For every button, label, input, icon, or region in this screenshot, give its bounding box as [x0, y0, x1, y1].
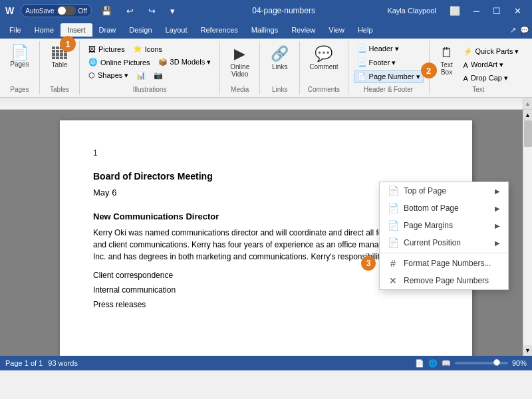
remove-page-numbers-label: Remove Page Numbers — [404, 276, 489, 285]
3dmodels-icon: 📦 — [158, 58, 168, 66]
tab-view[interactable]: View — [322, 23, 351, 37]
autosave-state: Off — [78, 7, 87, 15]
view-read-icon[interactable]: 📖 — [442, 359, 451, 368]
shapes-button[interactable]: ⬡ Shapes ▾ — [85, 69, 132, 82]
media-group-label: Media — [231, 86, 249, 93]
ruler-scrollbar-arrow-up[interactable]: ▲ — [523, 98, 532, 110]
zoom-thumb[interactable] — [493, 359, 500, 366]
menu-format-page-numbers[interactable]: # Format Page Numbers... 3 — [380, 255, 508, 272]
doc-bullet-3: Press releases — [93, 299, 439, 311]
tab-draw[interactable]: Draw — [92, 23, 123, 37]
scrollbar-up-arrow[interactable]: ▲ — [523, 110, 533, 120]
title-bar-center: 04-page-numbers — [180, 6, 388, 15]
comments-group-label: Comments — [308, 86, 340, 93]
tab-mailings[interactable]: Mailings — [245, 23, 285, 37]
comments-icon[interactable]: 💬 — [520, 26, 529, 35]
tab-help[interactable]: Help — [351, 23, 380, 37]
maximize-button[interactable]: ☐ — [487, 3, 506, 19]
ribbon-group-tables: Table Tables 1 — [40, 41, 80, 94]
top-of-page-arrow: ▶ — [495, 188, 500, 195]
online-video-button[interactable]: ▶ OnlineVideo — [226, 43, 253, 80]
menu-remove-page-numbers[interactable]: ✕ Remove Page Numbers — [380, 272, 508, 289]
online-video-icon: ▶ — [234, 45, 245, 63]
current-position-arrow: ▶ — [495, 239, 500, 247]
view-web-icon[interactable]: 🌐 — [428, 359, 438, 368]
icons-button[interactable]: ⭐ Icons — [130, 43, 166, 55]
status-right: 📄 🌐 📖 90% — [415, 359, 527, 368]
top-of-page-label: Top of Page — [404, 186, 446, 196]
step-badge-3: 3 — [361, 256, 376, 271]
autosave-toggle[interactable] — [57, 6, 76, 15]
ribbon-group-media: ▶ OnlineVideo Media — [220, 41, 260, 94]
3dmodels-button[interactable]: 📦 3D Models ▾ — [155, 56, 215, 68]
text-box-button[interactable]: 🗒 TextBox — [435, 43, 459, 84]
chart-icon: 📊 — [136, 71, 146, 80]
pictures-button[interactable]: 🖼 Pictures — [85, 43, 128, 55]
icons-icon: ⭐ — [133, 45, 142, 53]
quick-parts-button[interactable]: ⚡ Quick Parts ▾ — [460, 45, 523, 58]
ribbon-group-pages: 📄 Pages Pages — [0, 41, 40, 94]
ruler-content: ▲ — [0, 98, 532, 109]
page-info: Page 1 of 1 — [5, 359, 43, 367]
close-button[interactable]: ✕ — [509, 3, 527, 19]
page-number-dropdown: 📄 Top of Page ▶ 📄 Bottom of Page ▶ 📄 Pag… — [379, 182, 509, 290]
ribbon-group-text: 🗒 TextBox ⚡ Quick Parts ▾ A WordArt ▾ A … — [430, 41, 528, 94]
minimize-button[interactable]: ─ — [468, 3, 485, 19]
remove-icon: ✕ — [388, 275, 398, 286]
header-footer-items: 📃 Header ▾ 📃 Footer ▾ 📄 Page Number ▾ — [354, 43, 424, 84]
tab-review[interactable]: Review — [285, 23, 322, 37]
vertical-scrollbar[interactable]: ▲ ▼ — [523, 110, 532, 356]
header-button[interactable]: 📃 Header ▾ — [354, 43, 402, 55]
current-position-icon: 📄 — [388, 237, 398, 248]
tab-layout[interactable]: Layout — [159, 23, 194, 37]
zoom-slider[interactable] — [455, 362, 508, 364]
links-button[interactable]: 🔗 Links — [267, 43, 293, 73]
zoom-level: 90% — [512, 359, 527, 367]
tab-home[interactable]: Home — [28, 23, 61, 37]
text-box-icon: 🗒 — [440, 45, 454, 61]
comment-button[interactable]: 💬 Comment — [305, 43, 342, 73]
tab-file[interactable]: File — [3, 23, 28, 37]
online-pictures-button[interactable]: 🌐 Online Pictures — [85, 56, 154, 68]
menu-bottom-of-page[interactable]: 📄 Bottom of Page ▶ — [380, 200, 508, 217]
media-items: ▶ OnlineVideo — [226, 43, 253, 84]
comments-items: 💬 Comment — [305, 43, 342, 84]
ribbon-group-links: 🔗 Links Links — [260, 41, 300, 94]
table-label: Table — [52, 61, 68, 68]
ribbon-display-button[interactable]: ⬜ — [444, 3, 466, 19]
menu-page-margins[interactable]: 📄 Page Margins ▶ — [380, 217, 508, 234]
drop-cap-button[interactable]: A Drop Cap ▾ — [460, 72, 523, 84]
footer-button[interactable]: 📃 Footer ▾ — [354, 57, 400, 69]
redo-button[interactable]: ↪ — [143, 3, 161, 19]
save-button[interactable]: 💾 — [96, 3, 117, 19]
wordart-button[interactable]: A WordArt ▾ — [460, 59, 523, 71]
bottom-of-page-icon: 📄 — [388, 203, 398, 213]
format-icon: # — [388, 258, 398, 269]
scrollbar-down-arrow[interactable]: ▼ — [523, 345, 533, 356]
chart-button[interactable]: 📊 — [133, 69, 149, 82]
pages-button[interactable]: 📄 Pages — [6, 43, 33, 70]
word-logo: W — [5, 5, 14, 16]
text-group-label: Text — [472, 86, 484, 93]
share-icon[interactable]: ↗ — [510, 26, 516, 35]
title-bar: W AutoSave Off 💾 ↩ ↪ ▾ 04-page-numbers K… — [0, 0, 532, 21]
customize-qat-button[interactable]: ▾ — [165, 3, 180, 19]
undo-button[interactable]: ↩ — [121, 3, 139, 19]
pictures-icon: 🖼 — [88, 45, 96, 53]
title-bar-right: Kayla Claypool ⬜ ─ ☐ ✕ — [387, 3, 527, 19]
tab-references[interactable]: References — [194, 23, 245, 37]
autosave-control[interactable]: AutoSave Off — [21, 4, 92, 17]
quick-parts-icon: ⚡ — [464, 47, 473, 56]
page-number-icon: 📄 — [357, 72, 366, 81]
tab-insert[interactable]: Insert — [61, 23, 92, 37]
username: Kayla Claypool — [387, 7, 436, 15]
tab-design[interactable]: Design — [122, 23, 158, 37]
menu-top-of-page[interactable]: 📄 Top of Page ▶ — [380, 182, 508, 200]
scrollbar-track[interactable] — [523, 120, 533, 345]
scrollbar-thumb[interactable] — [524, 120, 532, 147]
menu-current-position[interactable]: 📄 Current Position ▶ — [380, 234, 508, 251]
screenshot-button[interactable]: 📷 — [150, 69, 166, 82]
view-print-icon[interactable]: 📄 — [415, 359, 424, 368]
page-number-button[interactable]: 📄 Page Number ▾ — [354, 70, 424, 83]
page-margins-arrow: ▶ — [495, 222, 500, 229]
